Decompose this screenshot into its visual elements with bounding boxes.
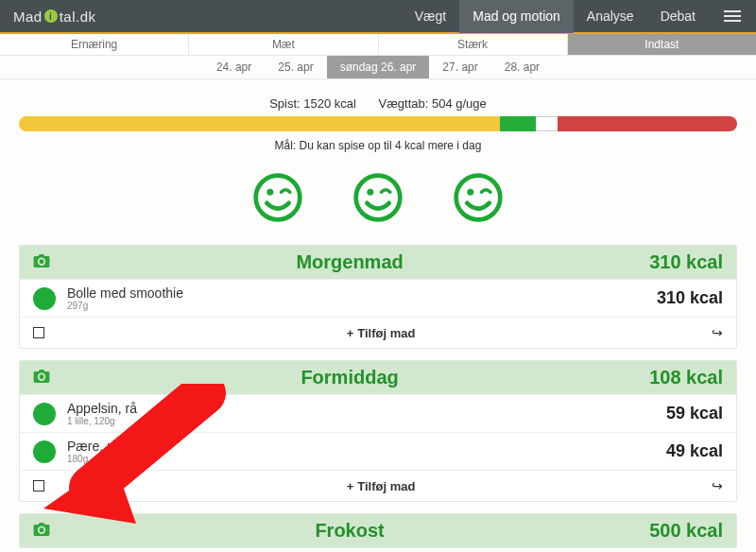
health-dot-icon: [33, 440, 56, 463]
meal-kcal: 108 kcal: [649, 367, 723, 388]
meal-section-frokost: Frokost 500 kcal: [19, 513, 737, 548]
bar-segment-yellow: [19, 116, 500, 131]
nav-vaegt[interactable]: Vægt: [402, 0, 459, 33]
svg-point-2: [356, 176, 401, 220]
food-row[interactable]: Appelsin, rå 1 lille, 120g 59 kcal: [20, 394, 736, 432]
checkbox[interactable]: [33, 480, 44, 492]
weightloss-label: Vægttab: 504 g/uge: [379, 96, 487, 111]
meal-header[interactable]: Formiddag 108 kcal: [20, 361, 736, 394]
svg-point-4: [456, 176, 501, 220]
food-name: Pære, rå: [67, 439, 666, 454]
svg-point-0: [256, 176, 301, 220]
food-name: Bolle med smoothie: [67, 285, 657, 301]
food-kcal: 49 kcal: [666, 441, 723, 461]
meal-list: Morgenmad 310 kcal Bolle med smoothie 29…: [0, 245, 756, 548]
menu-icon[interactable]: [709, 0, 756, 33]
bar-segment-red: [558, 116, 737, 131]
health-dot-icon: [33, 287, 56, 310]
subtab-maet[interactable]: Mæt: [189, 34, 378, 55]
calorie-stats: Spist: 1520 kcal Vægttab: 504 g/uge Mål:…: [0, 79, 756, 160]
svg-point-1: [266, 189, 273, 196]
add-food-button[interactable]: +Tilføj mad: [50, 326, 712, 340]
food-detail: 180g: [67, 454, 666, 464]
food-name: Appelsin, rå: [67, 401, 666, 416]
site-logo[interactable]: Mad i tal.dk: [0, 9, 110, 25]
date-24-apr[interactable]: 24. apr: [203, 56, 265, 78]
food-row[interactable]: Pære, rå 180g 49 kcal: [20, 432, 736, 470]
meal-footer: +Tilføj mad ↪: [20, 470, 736, 501]
nav-analyse[interactable]: Analyse: [574, 0, 647, 33]
calorie-progress-bar: [19, 116, 737, 131]
checkbox[interactable]: [33, 327, 44, 338]
meal-title: Morgenmad: [50, 251, 649, 273]
bar-segment-green: [500, 116, 536, 131]
meal-section-formiddag: Formiddag 108 kcal Appelsin, rå 1 lille,…: [19, 360, 737, 502]
date-25-apr[interactable]: 25. apr: [265, 56, 326, 78]
meal-kcal: 500 kcal: [649, 520, 723, 542]
svg-point-3: [367, 189, 373, 196]
date-26-apr[interactable]: søndag 26. apr: [327, 56, 430, 78]
smiley-icon: [352, 171, 404, 228]
food-kcal: 59 kcal: [666, 404, 723, 423]
date-28-apr[interactable]: 28. apr: [491, 56, 553, 78]
meal-kcal: 310 kcal: [649, 251, 723, 273]
smiley-icon: [251, 171, 304, 228]
meal-section-morgenmad: Morgenmad 310 kcal Bolle med smoothie 29…: [19, 245, 737, 349]
logo-dot-icon: i: [44, 9, 58, 23]
subtab-indtast[interactable]: Indtast: [568, 34, 756, 55]
eaten-label: Spist: 1520 kcal: [269, 96, 356, 111]
smiley-row: [0, 160, 756, 245]
food-row[interactable]: Bolle med smoothie 297g 310 kcal: [20, 279, 736, 317]
add-food-button[interactable]: +Tilføj mad: [50, 479, 712, 493]
meal-header[interactable]: Frokost 500 kcal: [20, 514, 736, 547]
smiley-icon: [452, 171, 505, 228]
share-icon[interactable]: ↪: [712, 325, 723, 340]
top-navbar: Mad i tal.dk Vægt Mad og motion Analyse …: [0, 0, 756, 34]
meal-title: Formiddag: [50, 367, 649, 388]
nav-mad-og-motion[interactable]: Mad og motion: [459, 0, 574, 33]
meal-title: Frokost: [50, 520, 649, 542]
logo-text-post: tal.dk: [60, 9, 96, 25]
meal-footer: +Tilføj mad ↪: [20, 317, 736, 348]
svg-point-5: [467, 189, 473, 196]
camera-icon[interactable]: [33, 252, 50, 272]
subtab-ernaering[interactable]: Ernæring: [0, 34, 189, 55]
bar-segment-white: [536, 116, 558, 131]
food-detail: 1 lille, 120g: [67, 416, 666, 426]
subtab-staerk[interactable]: Stærk: [379, 34, 568, 55]
food-kcal: 310 kcal: [657, 288, 723, 308]
logo-text-pre: Mad: [13, 9, 43, 25]
date-27-apr[interactable]: 27. apr: [429, 56, 490, 78]
goal-label: Mål: Du kan spise op til 4 kcal mere i d…: [19, 139, 737, 152]
camera-icon[interactable]: [33, 368, 50, 388]
sub-tab-row: Ernæring Mæt Stærk Indtast: [0, 34, 756, 56]
camera-icon[interactable]: [33, 521, 50, 541]
food-detail: 297g: [67, 301, 657, 311]
meal-header[interactable]: Morgenmad 310 kcal: [20, 246, 736, 279]
share-icon[interactable]: ↪: [712, 478, 723, 493]
nav-debat[interactable]: Debat: [647, 0, 709, 33]
date-picker-row: 24. apr 25. apr søndag 26. apr 27. apr 2…: [0, 56, 756, 79]
health-dot-icon: [33, 403, 56, 425]
